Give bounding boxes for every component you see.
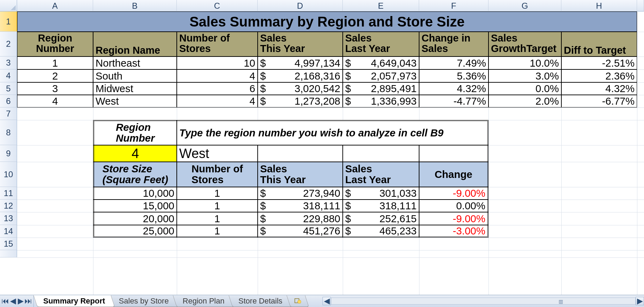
store-change-row13[interactable]: -9.00% bbox=[419, 212, 488, 225]
row-header-1[interactable]: 1 bbox=[0, 12, 17, 32]
sales-last-year-row6[interactable]: $1,336,993 bbox=[343, 95, 419, 107]
sheet-tab-store-details[interactable]: Store Details bbox=[229, 295, 293, 307]
store-count-row13[interactable]: 1 bbox=[177, 212, 258, 225]
row-header-16[interactable] bbox=[0, 250, 17, 257]
target-row4[interactable]: 3.0% bbox=[488, 69, 561, 82]
row-header-5[interactable]: 5 bbox=[0, 82, 17, 95]
subhdr-sales-this-year[interactable]: SalesThis Year bbox=[258, 162, 343, 187]
stores-row3[interactable]: 10 bbox=[177, 57, 258, 69]
store-count-row14[interactable]: 1 bbox=[177, 225, 258, 238]
scroll-right-button[interactable]: ▶ bbox=[636, 297, 644, 305]
column-header-G[interactable]: G bbox=[488, 0, 561, 12]
row-header-11[interactable]: 11 bbox=[0, 187, 17, 200]
change-row6[interactable]: -4.77% bbox=[419, 95, 488, 107]
sales-this-year-row3[interactable]: $4,997,134 bbox=[258, 57, 343, 69]
store-count-row12[interactable]: 1 bbox=[177, 200, 258, 212]
cells-area[interactable]: Sales Summary by Region and Store SizeRe… bbox=[17, 12, 644, 295]
column-header-E[interactable]: E bbox=[343, 0, 419, 12]
store-sty-row14[interactable]: $451,276 bbox=[258, 225, 343, 238]
diff-row3[interactable]: -2.51% bbox=[561, 57, 637, 69]
cell-f9[interactable] bbox=[419, 145, 488, 162]
tab-nav-last[interactable]: ⏭ bbox=[24, 297, 32, 306]
header-g[interactable]: SalesGrowthTarget bbox=[488, 32, 561, 57]
sheet-tab-summary-report[interactable]: Summary Report bbox=[33, 295, 115, 307]
subhdr-store-size[interactable]: Store Size(Square Feet) bbox=[93, 162, 177, 187]
header-e[interactable]: SalesLast Year bbox=[343, 32, 419, 57]
column-header-F[interactable]: F bbox=[419, 0, 488, 12]
region-name-row3[interactable]: Northeast bbox=[93, 57, 177, 69]
store-sly-row11[interactable]: $301,033 bbox=[343, 187, 419, 200]
change-row4[interactable]: 5.36% bbox=[419, 69, 488, 82]
store-sty-row12[interactable]: $318,111 bbox=[258, 200, 343, 212]
store-size-row11[interactable]: 10,000 bbox=[93, 187, 177, 200]
row-header-2[interactable]: 2 bbox=[0, 32, 17, 57]
store-change-row14[interactable]: -3.00% bbox=[419, 225, 488, 238]
column-header-D[interactable]: D bbox=[258, 0, 343, 12]
store-change-row11[interactable]: -9.00% bbox=[419, 187, 488, 200]
store-change-row12[interactable]: 0.00% bbox=[419, 200, 488, 212]
region-num-row3[interactable]: 1 bbox=[17, 57, 93, 69]
stores-row4[interactable]: 4 bbox=[177, 69, 258, 82]
column-header-B[interactable]: B bbox=[93, 0, 177, 12]
region-num-row4[interactable]: 2 bbox=[17, 69, 93, 82]
row-header-14[interactable]: 14 bbox=[0, 225, 17, 238]
store-sly-row13[interactable]: $252,615 bbox=[343, 212, 419, 225]
store-size-row12[interactable]: 15,000 bbox=[93, 200, 177, 212]
row-header-7[interactable]: 7 bbox=[0, 107, 17, 120]
header-a[interactable]: RegionNumber bbox=[17, 32, 93, 57]
sales-this-year-row4[interactable]: $2,168,316 bbox=[258, 69, 343, 82]
store-sly-row12[interactable]: $318,111 bbox=[343, 200, 419, 212]
column-header-next[interactable] bbox=[637, 0, 644, 12]
region-num-row6[interactable]: 4 bbox=[17, 95, 93, 107]
tab-nav-next[interactable]: ▶ bbox=[17, 297, 24, 306]
title-cell[interactable]: Sales Summary by Region and Store Size bbox=[17, 12, 637, 32]
region-name-row5[interactable]: Midwest bbox=[93, 82, 177, 95]
header-f[interactable]: Change inSales bbox=[419, 32, 488, 57]
stores-row6[interactable]: 4 bbox=[177, 95, 258, 107]
store-sty-row11[interactable]: $273,940 bbox=[258, 187, 343, 200]
analysis-header-region-num[interactable]: RegionNumber bbox=[93, 120, 177, 145]
cell-e9[interactable] bbox=[343, 145, 419, 162]
diff-row5[interactable]: 4.32% bbox=[561, 82, 637, 95]
tab-nav-first[interactable]: ⏮ bbox=[1, 297, 9, 306]
row-header-10[interactable]: 10 bbox=[0, 162, 17, 187]
region-name-row6[interactable]: West bbox=[93, 95, 177, 107]
sales-this-year-row5[interactable]: $3,020,542 bbox=[258, 82, 343, 95]
row-header-15[interactable]: 15 bbox=[0, 238, 17, 250]
header-h[interactable]: Diff to Target bbox=[561, 32, 637, 57]
row-header-6[interactable]: 6 bbox=[0, 95, 17, 107]
row-header-13[interactable]: 13 bbox=[0, 212, 17, 225]
header-b[interactable]: Region Name bbox=[93, 32, 177, 57]
change-row5[interactable]: 4.32% bbox=[419, 82, 488, 95]
sales-last-year-row5[interactable]: $2,895,491 bbox=[343, 82, 419, 95]
store-size-row13[interactable]: 20,000 bbox=[93, 212, 177, 225]
sales-this-year-row6[interactable]: $1,273,208 bbox=[258, 95, 343, 107]
target-row6[interactable]: 2.0% bbox=[488, 95, 561, 107]
sales-last-year-row3[interactable]: $4,649,043 bbox=[343, 57, 419, 69]
analysis-prompt[interactable]: Type the region number you wish to analy… bbox=[177, 120, 488, 145]
sales-last-year-row4[interactable]: $2,057,973 bbox=[343, 69, 419, 82]
diff-row4[interactable]: 2.36% bbox=[561, 69, 637, 82]
region-name-row4[interactable]: South bbox=[93, 69, 177, 82]
sheet-tab-region-plan[interactable]: Region Plan bbox=[173, 295, 235, 307]
row-header-8[interactable]: 8 bbox=[0, 120, 17, 145]
analysis-region-name[interactable]: West bbox=[177, 145, 258, 162]
diff-row6[interactable]: -6.77% bbox=[561, 95, 637, 107]
store-size-row14[interactable]: 25,000 bbox=[93, 225, 177, 238]
column-header-C[interactable]: C bbox=[177, 0, 258, 12]
header-d[interactable]: SalesThis Year bbox=[258, 32, 343, 57]
new-sheet-tab[interactable] bbox=[287, 295, 309, 307]
subhdr-num-stores[interactable]: Number ofStores bbox=[177, 162, 258, 187]
target-row5[interactable]: 0.0% bbox=[488, 82, 561, 95]
scroll-left-button[interactable]: ◀ bbox=[323, 297, 331, 305]
subhdr-sales-last-year[interactable]: SalesLast Year bbox=[343, 162, 419, 187]
region-num-row5[interactable]: 3 bbox=[17, 82, 93, 95]
subhdr-change[interactable]: Change bbox=[419, 162, 488, 187]
store-sty-row13[interactable]: $229,880 bbox=[258, 212, 343, 225]
store-sly-row14[interactable]: $465,233 bbox=[343, 225, 419, 238]
row-header-9[interactable]: 9 bbox=[0, 145, 17, 162]
sheet-tab-sales-by-store[interactable]: Sales by Store bbox=[109, 295, 179, 307]
change-row3[interactable]: 7.49% bbox=[419, 57, 488, 69]
select-all-corner[interactable] bbox=[0, 0, 17, 12]
scroll-track[interactable] bbox=[331, 298, 636, 305]
